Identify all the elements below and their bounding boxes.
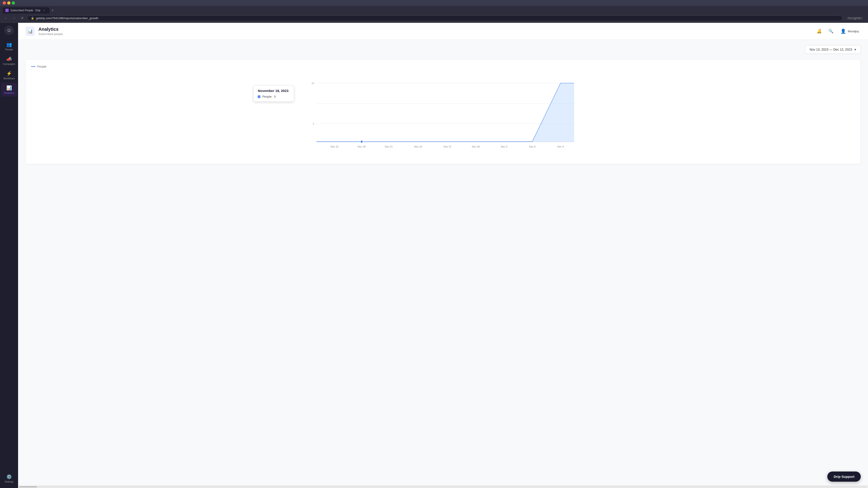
settings-icon: ⚙️ [6,474,12,480]
sidebar-label-analytics: Analytics [4,92,14,94]
svg-text:Nov 21: Nov 21 [385,145,393,148]
search-icon: 🔍 [829,29,833,34]
date-range-wrapper: Nov 13, 2023 — Dec 12, 2023 ▾ [25,45,861,54]
svg-text:Nov 15: Nov 15 [331,145,339,148]
sidebar-logo[interactable]: ☺ [4,26,14,35]
profile-button[interactable]: Incognito [852,15,858,21]
notification-dot [819,29,822,30]
content-area: Nov 13, 2023 — Dec 12, 2023 ▾ People Nov… [18,40,868,485]
legend-color-swatch [31,66,35,67]
header-left: 📊 Analytics Subscribed people [25,26,63,36]
refresh-button[interactable]: ↺ [19,15,25,21]
tooltip-item: People: 0 [258,95,290,98]
date-range-button[interactable]: Nov 13, 2023 — Dec 12, 2023 ▾ [805,45,861,54]
app-container: ☺ 👥 People 📣 Campaigns ⚡ Workflows 📊 Ana… [0,23,868,488]
main-content: 📊 Analytics Subscribed people 🔔 🔍 👤 Mood… [18,23,868,488]
drip-support-button[interactable]: Drip Support [827,471,861,482]
analytics-icon: 📊 [6,85,12,91]
svg-text:Nov 27: Nov 27 [444,145,452,148]
tab-close-button[interactable]: × [42,8,46,12]
new-tab-button[interactable]: + [50,7,56,13]
browser-menu-button[interactable]: ⋮ [859,15,865,21]
tooltip-date: November 18, 2023 [258,89,290,93]
user-name: Moodjoy [848,30,859,33]
svg-text:10: 10 [311,82,314,85]
header-right: 🔔 🔍 👤 Moodjoy [815,27,861,35]
header-titles: Analytics Subscribed people [38,27,63,36]
chevron-down-icon: ▾ [855,48,856,51]
tooltip-color-dot [258,95,260,98]
sidebar-label-campaigns: Campaigns [3,63,16,65]
window-controls [3,1,15,4]
tab-favicon: 🟣 [5,9,8,12]
chart-svg[interactable]: 10 5 Nov 15 Nov 18 Nov 21 Nov 24 Nov 27 … [31,72,855,158]
sidebar-item-workflows[interactable]: ⚡ Workflows [1,68,17,82]
address-bar[interactable]: 🔒 getdrip.com/7641396/reports/subscriber… [27,15,843,21]
campaigns-icon: 📣 [6,56,12,62]
svg-text:Nov 18: Nov 18 [358,145,366,148]
chart-wrapper: November 18, 2023 People: 0 [31,72,855,159]
people-icon: 👥 [6,42,12,47]
header-icon: 📊 [25,26,35,36]
chart-legend: People [31,65,855,68]
back-button[interactable]: ← [3,15,9,21]
window-close-button[interactable] [3,1,6,4]
page-title: Analytics [38,27,63,32]
address-bar-row: ← → ↺ 🔒 getdrip.com/7641396/reports/subs… [0,13,868,23]
svg-text:Dec 3: Dec 3 [501,145,507,148]
notification-button[interactable]: 🔔 [815,27,823,35]
user-avatar[interactable]: 👤 Moodjoy [839,28,861,35]
sidebar-item-campaigns[interactable]: 📣 Campaigns [1,54,17,68]
svg-text:Nov 24: Nov 24 [414,145,422,148]
sidebar-label-settings: Settings [4,480,13,483]
tooltip-metric-label: People: [262,95,272,98]
browser-tab[interactable]: 🟣 Subscribed People · Drip × [3,7,50,13]
sidebar-item-settings[interactable]: ⚙️ Settings [1,472,17,485]
scroll-track [19,486,867,487]
chart-tooltip: November 18, 2023 People: 0 [253,86,294,102]
sidebar-label-workflows: Workflows [3,77,15,80]
svg-text:Nov 30: Nov 30 [472,145,480,148]
workflows-icon: ⚡ [6,71,12,76]
date-range-label: Nov 13, 2023 — Dec 12, 2023 [810,48,852,51]
sidebar-label-people: People [5,48,13,51]
title-bar [0,0,868,6]
page-subtitle: Subscribed people [38,32,63,36]
user-icon: 👤 [840,29,846,34]
chart-datapoint[interactable] [360,140,363,143]
forward-button[interactable]: → [11,15,17,21]
window-maximize-button[interactable] [12,1,15,4]
svg-marker-16 [316,83,574,142]
sidebar-item-people[interactable]: 👥 People [1,39,17,53]
tab-title: Subscribed People · Drip [10,9,40,12]
sidebar: ☺ 👥 People 📣 Campaigns ⚡ Workflows 📊 Ana… [0,23,18,488]
page-header: 📊 Analytics Subscribed people 🔔 🔍 👤 Mood… [18,23,868,40]
url-text: getdrip.com/7641396/reports/subscriber_g… [36,17,98,20]
lock-icon: 🔒 [31,17,34,20]
sidebar-item-analytics[interactable]: 📊 Analytics [1,83,17,96]
legend-label: People [37,65,46,68]
browser-actions: ☆ Incognito ⋮ [844,15,865,21]
browser-chrome: 🟣 Subscribed People · Drip × + ← → ↺ 🔒 g… [0,0,868,23]
scroll-bar[interactable] [18,485,868,488]
svg-text:Dec 6: Dec 6 [529,145,536,148]
window-minimize-button[interactable] [7,1,10,4]
chart-card: People November 18, 2023 People: 0 [25,59,861,164]
svg-text:5: 5 [313,123,314,125]
scroll-thumb[interactable] [19,486,37,487]
tooltip-metric-value: 0 [274,95,276,98]
tab-bar: 🟣 Subscribed People · Drip × + [0,6,868,13]
svg-text:Dec 9: Dec 9 [557,145,564,148]
search-button[interactable]: 🔍 [827,27,835,35]
